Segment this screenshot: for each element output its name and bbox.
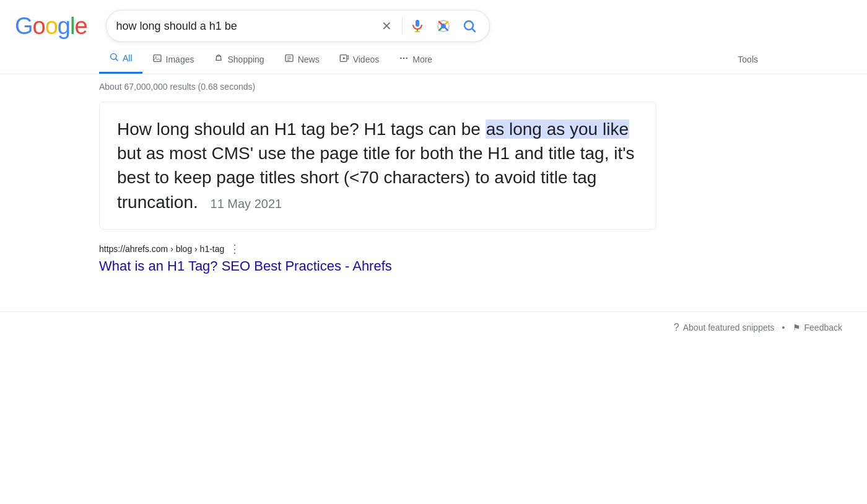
snippet-text-before: How long should an H1 tag be? H1 tags ca… <box>117 119 486 139</box>
news-tab-icon <box>284 53 294 66</box>
about-snippets-item[interactable]: ? About featured snippets <box>674 322 775 333</box>
result-options-dots[interactable]: ⋮ <box>229 242 240 256</box>
tab-all-label: All <box>123 53 133 63</box>
svg-point-18 <box>403 57 405 59</box>
main-content: About 67,000,000 results (0.68 seconds) … <box>0 74 867 274</box>
tab-shopping[interactable]: Shopping <box>204 46 274 73</box>
nav-tabs: All Images Shopping <box>0 45 867 74</box>
svg-point-19 <box>406 57 408 59</box>
logo-g: G <box>15 13 33 39</box>
feedback-item[interactable]: ⚑ Feedback <box>793 323 842 332</box>
logo-o1: o <box>33 13 45 39</box>
separator-dot: • <box>782 323 785 332</box>
tab-news[interactable]: News <box>274 46 329 73</box>
microphone-icon[interactable] <box>407 16 427 36</box>
snippet-text: How long should an H1 tag be? H1 tags ca… <box>117 117 638 214</box>
clear-button[interactable]: ✕ <box>377 17 397 35</box>
tab-tools[interactable]: Tools <box>728 47 768 72</box>
svg-rect-9 <box>154 54 161 61</box>
search-divider <box>402 17 403 35</box>
snippet-date: 11 May 2021 <box>211 197 282 211</box>
tab-images-label: Images <box>166 54 194 64</box>
all-tab-icon <box>109 52 119 64</box>
feedback-icon: ⚑ <box>793 323 801 332</box>
snippet-highlight: as long as you like <box>486 119 629 139</box>
svg-line-8 <box>116 59 118 61</box>
google-logo[interactable]: Google <box>15 13 87 40</box>
svg-point-17 <box>400 57 402 59</box>
more-tab-icon <box>399 53 409 66</box>
svg-marker-16 <box>343 57 346 59</box>
shopping-tab-icon <box>214 53 224 66</box>
search-bar: how long should a h1 be ✕ <box>106 10 490 42</box>
about-snippets-label: About featured snippets <box>683 323 775 332</box>
logo-gl: g <box>58 13 70 39</box>
question-mark-icon: ? <box>674 322 679 333</box>
svg-line-6 <box>472 29 475 32</box>
results-count: About 67,000,000 results (0.68 seconds) <box>99 74 768 102</box>
tab-more-label: More <box>412 54 432 64</box>
logo-o2: o <box>45 13 58 39</box>
tab-more[interactable]: More <box>389 46 442 73</box>
result-title: What is an H1 Tag? SEO Best Practices - … <box>99 258 768 274</box>
tab-videos[interactable]: Videos <box>329 46 390 73</box>
bottom-bar: ? About featured snippets • ⚑ Feedback <box>0 311 867 343</box>
featured-snippet: How long should an H1 tag be? H1 tags ca… <box>99 102 656 230</box>
header: Google how long should a h1 be ✕ <box>0 0 867 42</box>
tab-videos-label: Videos <box>353 54 380 64</box>
tab-shopping-label: Shopping <box>227 54 264 64</box>
videos-tab-icon <box>339 53 349 66</box>
images-tab-icon <box>152 53 162 66</box>
feedback-label: Feedback <box>804 323 842 332</box>
search-input[interactable]: how long should a h1 be <box>116 20 377 33</box>
result-url: https://ahrefs.com › blog › h1-tag <box>99 244 224 254</box>
tab-images[interactable]: Images <box>142 46 204 73</box>
google-lens-icon[interactable] <box>434 16 453 36</box>
search-submit-button[interactable] <box>460 16 479 36</box>
result-title-link[interactable]: What is an H1 Tag? SEO Best Practices - … <box>99 258 392 274</box>
snippet-text-after: but as most CMS' use the page title for … <box>117 144 635 211</box>
result-url-row: https://ahrefs.com › blog › h1-tag ⋮ <box>99 242 768 256</box>
tab-news-label: News <box>298 54 320 64</box>
svg-point-10 <box>155 56 156 58</box>
logo-e2: e <box>74 13 87 39</box>
tab-tools-label: Tools <box>738 54 758 64</box>
search-icon-group <box>407 16 479 36</box>
tab-all[interactable]: All <box>99 45 142 74</box>
svg-rect-0 <box>416 20 419 27</box>
